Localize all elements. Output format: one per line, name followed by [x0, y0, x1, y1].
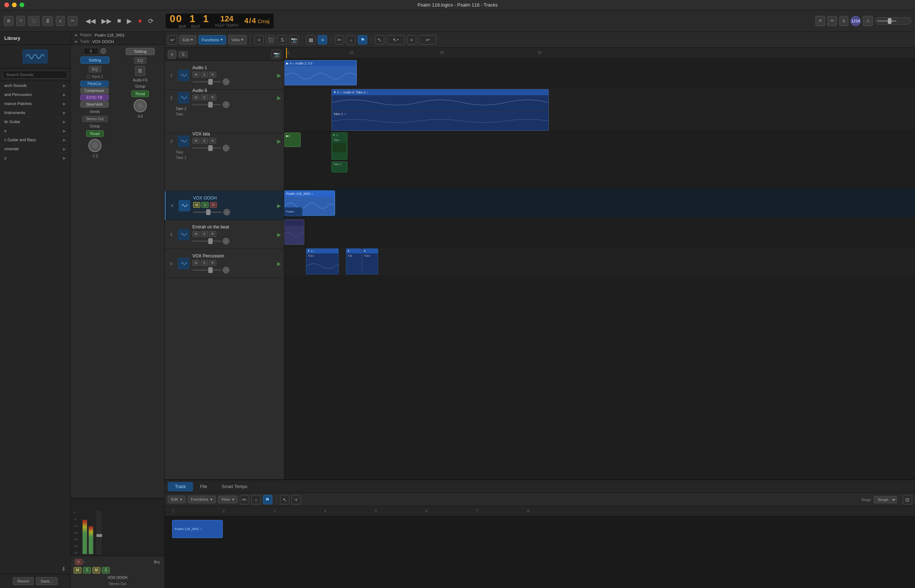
track-m-4[interactable]: M — [193, 202, 200, 208]
inspector-btn[interactable]: ⬛ — [28, 16, 39, 26]
track-m-2[interactable]: M — [192, 95, 200, 100]
track-m-6[interactable]: M — [192, 260, 200, 266]
sidebar-item-bass[interactable]: s ▶ — [0, 126, 70, 136]
track-s-2[interactable]: S — [200, 95, 208, 100]
fader-thumb-5[interactable] — [208, 238, 213, 244]
eq-btn-right[interactable]: EQ — [134, 57, 146, 64]
stop-btn[interactable]: ■ — [116, 16, 123, 26]
pan-knob-1[interactable] — [223, 79, 229, 85]
sidebar-item-drums-percussion[interactable]: and Percussion ▶ — [0, 90, 70, 99]
add-tool-selector[interactable]: +▾ — [419, 35, 436, 45]
bottom-flex-btn[interactable]: ⬦ — [251, 495, 261, 504]
fader-thumb-6[interactable] — [208, 267, 213, 273]
track-play-3[interactable]: ▶ — [277, 138, 281, 144]
track-r-5[interactable]: R — [209, 231, 216, 237]
pan-knob[interactable] — [100, 48, 106, 54]
track-m-5[interactable]: M — [192, 231, 200, 237]
bottom-edit-btn[interactable]: Edit ▾ — [168, 496, 186, 503]
mixer-btn[interactable]: ≡ — [56, 16, 65, 26]
smartcontrols-btn[interactable]: 🎛 — [42, 16, 53, 26]
voxtata-take-stack[interactable]: ▼ 2 Take — [331, 132, 348, 160]
fx-silververb[interactable]: SilverVerb — [81, 102, 109, 108]
region-arrow[interactable]: ▶ — [75, 33, 78, 37]
fader-thumb-3[interactable] — [208, 145, 213, 151]
read-btn-right[interactable]: Read — [131, 90, 149, 97]
voxtata-take1[interactable]: Take 1 — [331, 162, 348, 172]
fader-track-2[interactable] — [192, 104, 221, 105]
m-btn2[interactable]: M — [92, 567, 100, 573]
fader-knob-left[interactable] — [88, 139, 102, 152]
bottom-functions-btn[interactable]: Functions ▾ — [188, 496, 216, 503]
list-view-btn[interactable]: ≡ — [318, 35, 327, 45]
bottom-zoom-btn[interactable]: ⊟ — [903, 495, 912, 504]
forward-btn[interactable]: ▶▶ — [100, 16, 113, 26]
sidebar-item-instrumental[interactable]: nmental ▶ — [0, 144, 70, 153]
track-play-4[interactable]: ▶ — [277, 203, 281, 208]
fader-track-3[interactable] — [192, 147, 221, 149]
stereo-out[interactable]: Stereo Out — [82, 116, 108, 122]
i-indicator[interactable]: I — [83, 560, 84, 564]
bottom-clip[interactable]: Psalm 118_3#01 ○ — [172, 520, 223, 538]
add-track-button[interactable]: + — [168, 50, 176, 59]
edit-btn[interactable]: Edit ▾ — [179, 35, 196, 45]
sidebar-item-electric-guitar[interactable]: tic Guitar ▶ — [0, 117, 70, 126]
maximize-btn[interactable] — [19, 3, 24, 7]
clip-play-btn[interactable]: ▶ — [286, 61, 289, 65]
track-r-3[interactable]: R — [209, 138, 216, 144]
track-m-3[interactable]: M — [192, 138, 200, 144]
track-options-btn[interactable]: ⬛ — [266, 35, 275, 45]
tool-selector[interactable]: ↖▾ — [386, 35, 405, 45]
scissors-btn[interactable]: ✂ — [68, 16, 78, 26]
bottom-view-btn[interactable]: View ▾ — [218, 496, 238, 503]
pencil-btn[interactable]: ✏ — [827, 16, 837, 26]
search-input[interactable] — [3, 71, 67, 79]
sidebar-item-guitar-bass[interactable]: c Guitar and Bass ▶ — [0, 136, 70, 144]
fader-track-1[interactable] — [192, 81, 221, 82]
r-indicator[interactable]: R — [75, 559, 82, 565]
pan-knob-4[interactable] — [223, 209, 230, 215]
audio-clip-emirah[interactable] — [285, 220, 304, 245]
track-r-1[interactable]: R — [209, 72, 216, 78]
revert-button[interactable]: Revert — [13, 577, 34, 585]
view-btn[interactable]: View ▾ — [228, 35, 247, 45]
sidebar-item-y[interactable]: y ▶ — [0, 153, 70, 163]
track-s-3[interactable]: S — [200, 138, 208, 144]
track-r-6[interactable]: R — [209, 260, 216, 266]
library-btn[interactable]: ⊞ — [3, 16, 13, 26]
cycle-btn[interactable]: ⟳ — [147, 16, 155, 26]
track-name-5[interactable]: Emirah on the beat — [192, 225, 274, 229]
track-name-3[interactable]: VOX tata — [192, 131, 274, 137]
s-btn-channel[interactable]: S — [83, 567, 91, 573]
download-icon[interactable]: ⬇ — [61, 565, 66, 572]
s-track-btn[interactable]: S — [278, 35, 287, 45]
track-m-1[interactable]: M — [192, 72, 200, 78]
fader-thumb-1[interactable] — [208, 79, 213, 85]
s-track-header-btn[interactable]: S — [179, 51, 188, 58]
grid-view-btn[interactable]: ▦ — [306, 35, 315, 45]
fx-evoc[interactable]: EVOC FB — [81, 95, 109, 101]
x-btn[interactable]: ✕ — [815, 16, 825, 26]
read-btn-left[interactable]: Read — [86, 130, 103, 137]
pan-knob-6[interactable] — [223, 267, 229, 273]
track-s-6[interactable]: S — [200, 260, 208, 266]
rewind-btn[interactable]: ◀◀ — [84, 16, 97, 26]
fx-pitchcor[interactable]: PitchCor — [81, 81, 109, 87]
record-btn[interactable]: ● — [136, 15, 144, 26]
fx-compressor[interactable]: Compressor — [81, 87, 109, 94]
audio-clip-1[interactable]: ▶ A ⬦ Audio 1: Co — [285, 60, 357, 86]
s-btn2-channel[interactable]: S — [102, 567, 110, 573]
track-play-2[interactable]: ▶ — [277, 95, 281, 101]
fader-track-6[interactable] — [192, 270, 221, 271]
scissors-tool-btn[interactable]: ✂ — [335, 35, 344, 45]
alert-btn[interactable]: ⚠ — [863, 16, 873, 26]
sidebar-item-search-sounds[interactable]: arch Sounds ▶ — [0, 81, 70, 90]
track-name-1[interactable]: Audio 1 — [192, 65, 274, 70]
user-badge[interactable]: 1234 — [850, 16, 861, 26]
voxperc-clip-2[interactable]: ▼ Tak — [346, 249, 362, 275]
voxperc-clip-1[interactable]: ▼ 2 ⬦ Take — [306, 249, 339, 275]
tab-smart-tempo[interactable]: Smart Tempo — [215, 482, 255, 491]
fader-track-5[interactable] — [192, 241, 221, 242]
minimize-btn[interactable] — [12, 3, 17, 7]
knob-value[interactable]: 0 — [84, 48, 98, 54]
bottom-pointer-btn[interactable]: ↖ — [280, 495, 289, 504]
